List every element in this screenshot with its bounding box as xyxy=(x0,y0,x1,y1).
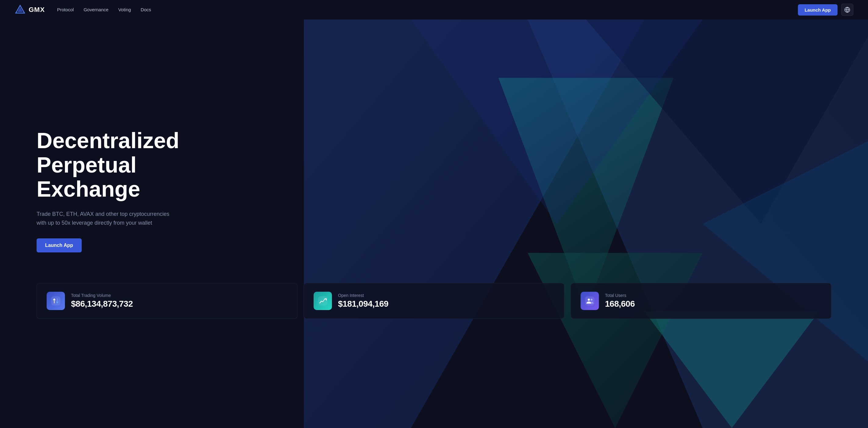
hero-section: Decentralized Perpetual Exchange Trade B… xyxy=(0,20,868,428)
nav-launch-app-button[interactable]: Launch App xyxy=(798,4,838,16)
svg-point-16 xyxy=(591,299,592,301)
hero-title-line2: Perpetual Exchange xyxy=(37,153,140,201)
stat-card-open-interest: Open Interest $181,094,169 xyxy=(304,283,564,319)
users-group-icon xyxy=(585,296,594,305)
open-interest-icon xyxy=(314,292,332,310)
nav-link-governance[interactable]: Governance xyxy=(84,7,108,12)
hero-subtitle: Trade BTC, ETH, AVAX and other top crypt… xyxy=(37,210,174,227)
total-users-info: Total Users 168,606 xyxy=(605,293,635,309)
total-users-label: Total Users xyxy=(605,293,635,298)
nav-left: GMX Protocol Governance Voting Docs xyxy=(14,4,151,15)
svg-point-15 xyxy=(588,299,590,301)
total-users-value: 168,606 xyxy=(605,299,635,309)
nav-item-docs[interactable]: Docs xyxy=(141,7,151,12)
nav-links: Protocol Governance Voting Docs xyxy=(57,7,151,12)
stats-section: Total Trading Volume $86,134,873,732 Ope… xyxy=(0,265,868,337)
globe-button[interactable] xyxy=(841,4,854,16)
stat-card-trading-volume: Total Trading Volume $86,134,873,732 xyxy=(37,283,298,319)
nav-item-voting[interactable]: Voting xyxy=(118,7,131,12)
hero-title-line1: Decentralized xyxy=(37,128,179,153)
stat-card-total-users: Total Users 168,606 xyxy=(570,283,831,319)
hero-content: Decentralized Perpetual Exchange Trade B… xyxy=(0,110,213,252)
nav-item-protocol[interactable]: Protocol xyxy=(57,7,74,12)
arrows-up-down-icon xyxy=(51,296,60,305)
navbar: GMX Protocol Governance Voting Docs Laun… xyxy=(0,0,868,20)
logo-icon xyxy=(14,4,26,15)
svg-rect-13 xyxy=(318,296,327,305)
open-interest-value: $181,094,169 xyxy=(338,299,388,309)
svg-rect-12 xyxy=(51,296,60,305)
logo-text: GMX xyxy=(29,6,45,14)
trading-volume-info: Total Trading Volume $86,134,873,732 xyxy=(71,293,133,309)
svg-rect-14 xyxy=(585,296,594,305)
chart-up-icon xyxy=(318,296,327,305)
hero-launch-app-button[interactable]: Launch App xyxy=(37,238,82,252)
trading-volume-value: $86,134,873,732 xyxy=(71,299,133,309)
trading-volume-icon xyxy=(46,292,65,310)
nav-link-protocol[interactable]: Protocol xyxy=(57,7,74,12)
hero-title: Decentralized Perpetual Exchange xyxy=(37,129,199,201)
hero-background-graphic xyxy=(304,20,868,428)
globe-icon xyxy=(844,7,850,13)
total-users-icon xyxy=(581,292,599,310)
nav-link-docs[interactable]: Docs xyxy=(141,7,151,12)
open-interest-label: Open Interest xyxy=(338,293,388,298)
logo-link[interactable]: GMX xyxy=(14,4,45,15)
nav-right: Launch App xyxy=(798,4,854,16)
nav-item-governance[interactable]: Governance xyxy=(84,7,108,12)
open-interest-info: Open Interest $181,094,169 xyxy=(338,293,388,309)
trading-volume-label: Total Trading Volume xyxy=(71,293,133,298)
nav-link-voting[interactable]: Voting xyxy=(118,7,131,12)
